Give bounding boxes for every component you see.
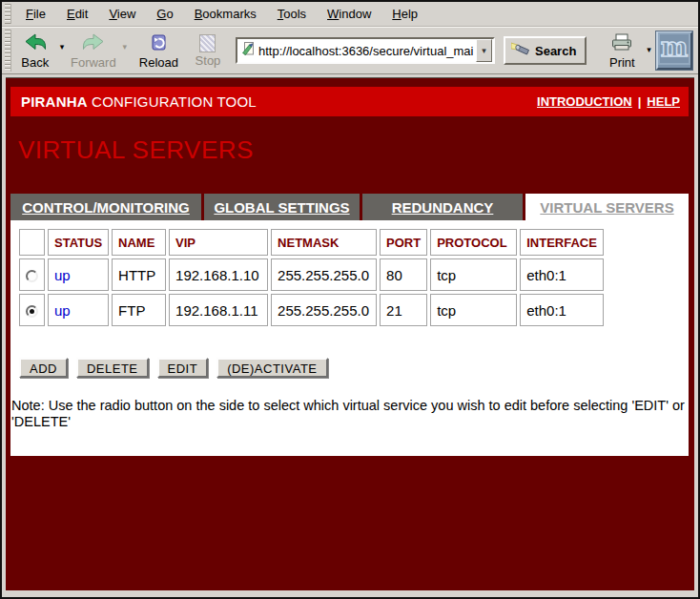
tab-virtual-servers[interactable]: VIRTUAL SERVERS xyxy=(525,194,689,220)
back-dropdown-arrow[interactable]: ▾ xyxy=(55,42,70,52)
search-label: Search xyxy=(535,44,576,58)
header-radio-spacer xyxy=(19,229,45,256)
mozilla-m-icon: m xyxy=(658,32,690,69)
tab-redundancy[interactable]: REDUNDANCY xyxy=(362,194,523,220)
location-field: ▾ xyxy=(236,37,495,64)
link-separator: | xyxy=(638,94,642,109)
cell-port: 80 xyxy=(380,258,427,291)
cell-name: FTP xyxy=(112,294,166,326)
cell-netmask: 255.255.255.0 xyxy=(271,258,377,291)
cell-interface: eth0:1 xyxy=(520,258,604,291)
menu-bookmarks[interactable]: Bookmarks xyxy=(184,4,267,24)
cell-interface: eth0:1 xyxy=(520,294,604,326)
row-select-radio[interactable] xyxy=(26,305,38,318)
back-icon xyxy=(24,32,47,54)
reload-icon xyxy=(148,32,169,54)
delete-button[interactable]: DELETE xyxy=(76,358,149,378)
introduction-link[interactable]: INTRODUCTION xyxy=(537,94,632,109)
print-label: Print xyxy=(609,55,635,70)
tab-bar: CONTROL/MONITORING GLOBAL SETTINGS REDUN… xyxy=(10,194,689,220)
table-header-row: STATUS NAME VIP NETMASK PORT PROTOCOL IN… xyxy=(19,229,604,256)
header-vip: VIP xyxy=(169,229,268,256)
browser-window: { "menubar": { "items": [ {"key": "F", "… xyxy=(0,0,700,599)
url-history-dropdown[interactable]: ▾ xyxy=(476,39,492,62)
menu-bar: File Edit View Go Bookmarks Tools Window… xyxy=(2,2,698,27)
page-title: VIRTUAL SERVERS xyxy=(18,135,694,164)
menu-edit[interactable]: Edit xyxy=(56,4,98,24)
forward-button: Forward xyxy=(69,31,117,72)
bookmark-page-icon[interactable] xyxy=(240,41,256,60)
status-link[interactable]: up xyxy=(54,302,71,319)
app-title: PIRANHA CONFIGURATION TOOL xyxy=(21,93,257,110)
row-select-radio[interactable] xyxy=(26,270,38,282)
edit-button[interactable]: EDIT xyxy=(157,358,209,378)
header-name: NAME xyxy=(112,229,166,256)
toolbar-grippy[interactable] xyxy=(5,30,11,72)
search-icon xyxy=(511,42,530,59)
virtual-servers-table: STATUS NAME VIP NETMASK PORT PROTOCOL IN… xyxy=(16,226,607,329)
back-label: Back xyxy=(21,55,49,70)
url-input[interactable] xyxy=(256,44,476,58)
location-bar-group: ▾ Search xyxy=(236,36,587,65)
print-button[interactable]: Print xyxy=(602,31,642,72)
forward-label: Forward xyxy=(71,55,116,70)
note-text: Note: Use the radio button on the side t… xyxy=(11,398,689,430)
print-icon xyxy=(610,32,633,54)
stop-button: Stop xyxy=(188,32,228,70)
menu-go[interactable]: Go xyxy=(146,4,183,24)
search-button[interactable]: Search xyxy=(504,36,587,65)
menu-help[interactable]: Help xyxy=(381,4,428,24)
navigation-toolbar: Back ▾ Forward ▾ Reload Stop xyxy=(2,27,698,74)
header-netmask: NETMASK xyxy=(271,229,377,256)
banner-links: INTRODUCTION | HELP xyxy=(537,94,680,109)
header-status: STATUS xyxy=(48,229,109,256)
toolbar-grippy[interactable] xyxy=(5,4,11,24)
deactivate-button[interactable]: (DE)ACTIVATE xyxy=(216,358,327,378)
header-interface: INTERFACE xyxy=(520,229,604,256)
print-dropdown-arrow[interactable]: ▾ xyxy=(642,45,656,54)
add-button[interactable]: ADD xyxy=(19,358,68,378)
reload-label: Reload xyxy=(139,55,178,70)
cell-protocol: tcp xyxy=(430,294,517,326)
cell-port: 21 xyxy=(380,294,427,326)
menu-window[interactable]: Window xyxy=(317,4,381,24)
menu-tools[interactable]: Tools xyxy=(267,4,317,24)
table-row: up HTTP 192.168.1.10 255.255.255.0 80 tc… xyxy=(19,258,604,291)
forward-dropdown-arrow: ▾ xyxy=(117,42,132,52)
cell-vip: 192.168.1.10 xyxy=(169,258,268,291)
back-button[interactable]: Back xyxy=(15,31,55,72)
status-link[interactable]: up xyxy=(54,267,71,283)
tab-control-monitoring[interactable]: CONTROL/MONITORING xyxy=(10,194,201,220)
menu-file[interactable]: File xyxy=(15,4,56,24)
cell-name: HTTP xyxy=(112,258,166,291)
header-protocol: PROTOCOL xyxy=(430,229,517,256)
table-row: up FTP 192.168.1.11 255.255.255.0 21 tcp… xyxy=(19,294,604,326)
cell-netmask: 255.255.255.0 xyxy=(271,294,377,326)
reload-button[interactable]: Reload xyxy=(137,31,180,72)
stop-label: Stop xyxy=(196,53,221,68)
action-buttons: ADD DELETE EDIT (DE)ACTIVATE xyxy=(19,358,689,378)
piranha-banner: PIRANHA CONFIGURATION TOOL INTRODUCTION … xyxy=(10,87,689,116)
svg-text:m: m xyxy=(661,32,689,62)
header-port: PORT xyxy=(380,229,427,256)
forward-icon xyxy=(82,32,105,54)
help-link[interactable]: HELP xyxy=(647,94,680,109)
cell-protocol: tcp xyxy=(430,258,517,291)
page-viewport: PIRANHA CONFIGURATION TOOL INTRODUCTION … xyxy=(6,77,694,590)
virtual-servers-panel: STATUS NAME VIP NETMASK PORT PROTOCOL IN… xyxy=(10,220,689,456)
tab-global-settings[interactable]: GLOBAL SETTINGS xyxy=(204,194,360,220)
cell-vip: 192.168.1.11 xyxy=(169,294,268,326)
menu-view[interactable]: View xyxy=(98,4,146,24)
mozilla-throbber[interactable]: m xyxy=(656,31,692,70)
stop-icon xyxy=(199,34,216,52)
